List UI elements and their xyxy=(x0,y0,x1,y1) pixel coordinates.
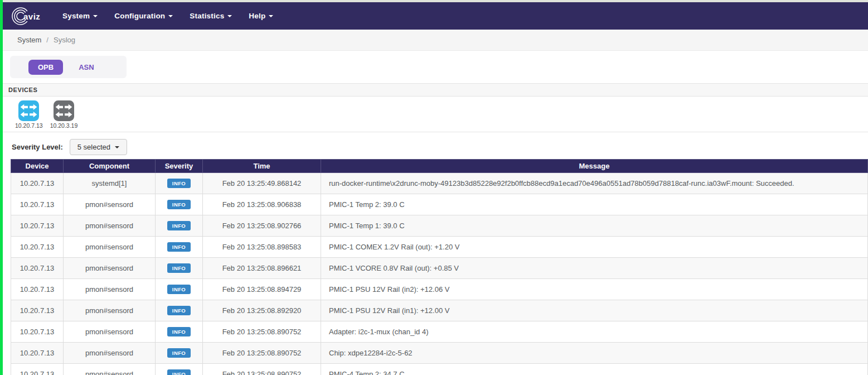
component-cell: pmon#sensord xyxy=(64,279,156,300)
devices-panel: DEVICES 10.20.7.1310.20.3.19 xyxy=(3,83,868,132)
severity-badge: INFO xyxy=(167,200,191,209)
table-row: 10.20.7.13pmon#sensordINFOFeb 20 13:25:0… xyxy=(11,364,868,375)
severity-dropdown[interactable]: 5 selected xyxy=(70,139,127,155)
devices-panel-title: DEVICES xyxy=(3,84,868,97)
caret-down-icon xyxy=(168,15,173,17)
main-navbar: aviz SystemConfigurationStatisticsHelp xyxy=(3,2,868,30)
breadcrumb: System / Syslog xyxy=(3,30,868,51)
component-cell: pmon#sensord xyxy=(64,343,156,364)
device-cell: 10.20.7.13 xyxy=(11,194,64,215)
device-cell: 10.20.7.13 xyxy=(11,343,64,364)
message-cell: PMIC-1 PSU 12V Rail (in1): +12.00 V xyxy=(321,300,868,321)
message-cell: PMIC-1 VCORE 0.8V Rail (out): +0.85 V xyxy=(321,258,868,279)
table-row: 10.20.7.13pmon#sensordINFOFeb 20 13:25:0… xyxy=(11,258,868,279)
device-cell: 10.20.7.13 xyxy=(11,321,64,343)
nav-item-system[interactable]: System xyxy=(54,7,106,25)
breadcrumb-item-syslog: Syslog xyxy=(54,36,75,44)
severity-badge: INFO xyxy=(167,285,191,294)
nav-item-label: Configuration xyxy=(114,12,165,20)
message-cell: PMIC-1 Temp 2: 39.0 C xyxy=(321,194,868,215)
severity-cell: INFO xyxy=(156,300,203,321)
severity-cell: INFO xyxy=(156,237,203,258)
component-cell: pmon#sensord xyxy=(64,237,156,258)
table-row: 10.20.7.13pmon#sensordINFOFeb 20 13:25:0… xyxy=(11,215,868,237)
component-cell: pmon#sensord xyxy=(64,300,156,321)
message-cell: PMIC-4 Temp 2: 34.7 C xyxy=(321,364,868,375)
nav-item-configuration[interactable]: Configuration xyxy=(106,7,181,25)
device-cell: 10.20.7.13 xyxy=(11,364,64,375)
time-cell: Feb 20 13:25:08.898583 xyxy=(203,237,321,258)
severity-level-label: Severity Level: xyxy=(12,143,63,151)
severity-cell: INFO xyxy=(156,343,203,364)
severity-badge: INFO xyxy=(167,179,191,188)
opb-asn-toggle: OPBASN xyxy=(10,56,127,78)
column-header-time: Time xyxy=(203,160,321,173)
table-row: 10.20.7.13pmon#sensordINFOFeb 20 13:25:0… xyxy=(11,300,868,321)
nav-item-statistics[interactable]: Statistics xyxy=(181,7,240,25)
device-cell: 10.20.7.13 xyxy=(11,300,64,321)
brand-name: aviz xyxy=(23,12,40,21)
severity-badge: INFO xyxy=(167,263,191,273)
message-cell: PMIC-1 Temp 1: 39.0 C xyxy=(321,215,868,237)
chevron-down-icon xyxy=(115,146,119,148)
component-cell: pmon#sensord xyxy=(64,364,156,375)
devices-list: 10.20.7.1310.20.3.19 xyxy=(3,97,868,132)
switch-icon xyxy=(15,100,43,121)
device-cell: 10.20.7.13 xyxy=(11,258,64,279)
message-cell: Adapter: i2c-1-mux (chan_id 4) xyxy=(321,321,868,343)
severity-cell: INFO xyxy=(156,364,203,375)
message-cell: run-docker-runtime\x2drunc-moby-49123b3d… xyxy=(321,173,868,194)
severity-cell: INFO xyxy=(156,279,203,300)
nav-item-label: Statistics xyxy=(190,12,224,20)
table-row: 10.20.7.13pmon#sensordINFOFeb 20 13:25:0… xyxy=(11,343,868,364)
severity-badge: INFO xyxy=(167,221,191,230)
time-cell: Feb 20 13:25:08.894729 xyxy=(203,279,321,300)
time-cell: Feb 20 13:25:49.868142 xyxy=(203,173,321,194)
nav-item-help[interactable]: Help xyxy=(240,7,282,25)
device-card[interactable]: 10.20.3.19 xyxy=(50,100,78,129)
table-row: 10.20.7.13pmon#sensordINFOFeb 20 13:25:0… xyxy=(11,194,868,215)
toggle-option-asn[interactable]: ASN xyxy=(71,60,101,74)
severity-cell: INFO xyxy=(156,321,203,343)
time-cell: Feb 20 13:25:08.892920 xyxy=(203,300,321,321)
table-row: 10.20.7.13pmon#sensordINFOFeb 20 13:25:0… xyxy=(11,237,868,258)
device-cell: 10.20.7.13 xyxy=(11,215,64,237)
message-cell: PMIC-1 PSU 12V Rail (in2): +12.06 V xyxy=(321,279,868,300)
nav-item-label: Help xyxy=(249,12,265,20)
time-cell: Feb 20 13:25:08.890752 xyxy=(203,321,321,343)
time-cell: Feb 20 13:25:08.896621 xyxy=(203,258,321,279)
severity-badge: INFO xyxy=(167,348,191,358)
switch-icon xyxy=(50,100,78,121)
syslog-table: DeviceComponentSeverityTimeMessage 10.20… xyxy=(11,159,868,375)
severity-cell: INFO xyxy=(156,194,203,215)
table-header-row: DeviceComponentSeverityTimeMessage xyxy=(11,160,868,173)
breadcrumb-item-system[interactable]: System xyxy=(17,36,41,44)
nav-item-label: System xyxy=(62,12,90,20)
aviz-logo[interactable]: aviz xyxy=(9,5,46,27)
component-cell: systemd[1] xyxy=(64,173,156,194)
column-header-message: Message xyxy=(321,160,868,173)
message-cell: Chip: xdpe12284-i2c-5-62 xyxy=(321,343,868,364)
caret-down-icon xyxy=(269,15,273,17)
table-row: 10.20.7.13pmon#sensordINFOFeb 20 13:25:0… xyxy=(11,321,868,343)
severity-badge: INFO xyxy=(167,306,191,315)
severity-badge: INFO xyxy=(167,327,191,336)
severity-cell: INFO xyxy=(156,258,203,279)
severity-cell: INFO xyxy=(156,173,203,194)
component-cell: pmon#sensord xyxy=(64,194,156,215)
toggle-option-opb[interactable]: OPB xyxy=(28,60,63,75)
device-cell: 10.20.7.13 xyxy=(11,279,64,300)
device-card[interactable]: 10.20.7.13 xyxy=(15,100,43,129)
device-ip-label: 10.20.3.19 xyxy=(50,122,78,129)
breadcrumb-separator: / xyxy=(46,36,49,44)
column-header-severity: Severity xyxy=(156,160,203,173)
severity-dropdown-value: 5 selected xyxy=(77,143,110,151)
severity-badge: INFO xyxy=(167,242,191,252)
time-cell: Feb 20 13:25:08.906838 xyxy=(203,194,321,215)
time-cell: Feb 20 13:25:08.890752 xyxy=(203,343,321,364)
nav-menu: SystemConfigurationStatisticsHelp xyxy=(54,7,282,25)
column-header-component: Component xyxy=(64,160,156,173)
message-cell: PMIC-1 COMEX 1.2V Rail (out): +1.20 V xyxy=(321,237,868,258)
table-row: 10.20.7.13systemd[1]INFOFeb 20 13:25:49.… xyxy=(11,173,868,194)
time-cell: Feb 20 13:25:08.890752 xyxy=(203,364,321,375)
